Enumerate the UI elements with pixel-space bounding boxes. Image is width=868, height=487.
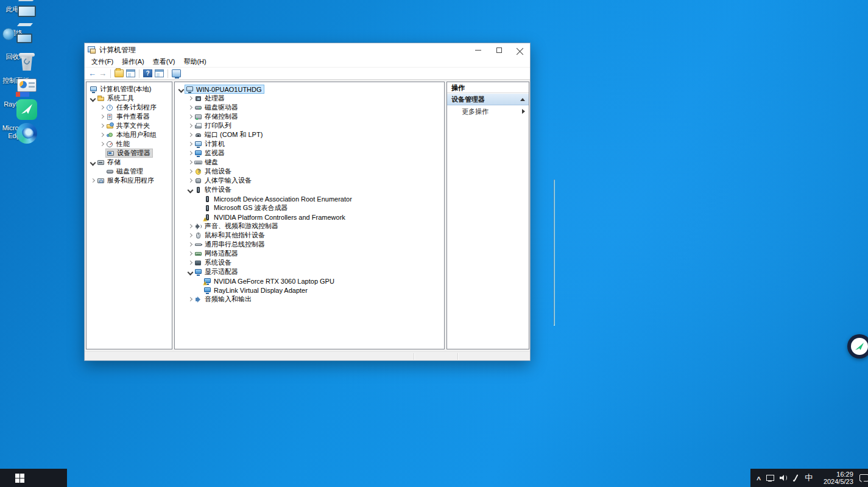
tree-item[interactable]: 磁盘驱动器 (175, 103, 444, 112)
volume-tray-icon[interactable] (780, 474, 788, 482)
desktop-icon-raylink[interactable]: RayLink (0, 99, 32, 108)
tree-item[interactable]: 系统设备 (175, 258, 444, 267)
chevron-collapsed-icon[interactable] (98, 122, 105, 130)
tree-item[interactable]: 显示适配器 (175, 267, 444, 276)
menu-item[interactable]: 帮助(H) (179, 57, 210, 66)
tree-item[interactable]: 网络适配器 (175, 249, 444, 258)
menu-item[interactable]: 查看(V) (149, 57, 180, 66)
show-console-tree-icon[interactable] (115, 69, 124, 77)
tree-item[interactable]: 声音、视频和游戏控制器 (175, 222, 444, 231)
tree-item[interactable]: 共享文件夹 (86, 121, 172, 130)
action-center-icon[interactable] (859, 474, 868, 482)
raylink-floating-button[interactable] (847, 334, 868, 359)
tree-item-body[interactable]: 任务计划程序 (105, 103, 158, 112)
chevron-collapsed-icon[interactable] (186, 131, 194, 139)
desktop-icon-recycle-bin[interactable]: 回收站 (0, 51, 32, 61)
tree-item[interactable]: 监视器 (175, 149, 444, 158)
tree-item-body[interactable]: 性能 (105, 139, 132, 149)
tree-item[interactable]: 性能 (86, 139, 172, 149)
chevron-collapsed-icon[interactable] (98, 113, 105, 121)
tree-item-body[interactable]: 通用串行总线控制器 (194, 240, 267, 249)
chevron-collapsed-icon[interactable] (186, 122, 194, 130)
tree-item-body[interactable]: 端口 (COM 和 LPT) (194, 130, 264, 139)
chevron-collapsed-icon[interactable] (98, 141, 105, 148)
tree-item-body[interactable]: 音频输入和输出 (194, 295, 253, 304)
tree-item-body[interactable]: 软件设备 (194, 185, 233, 194)
tree-item[interactable]: 存储控制器 (175, 112, 444, 121)
menu-item[interactable]: 操作(A) (118, 57, 149, 66)
actions-group-device-manager[interactable]: 设备管理器 (447, 93, 529, 105)
close-button[interactable] (509, 43, 530, 57)
desktop-icon-edge[interactable]: Microsoft Edge (0, 122, 32, 140)
tree-item[interactable]: 本地用户和组 (86, 130, 172, 139)
tree-item[interactable]: 其他设备 (175, 167, 444, 176)
chevron-collapsed-icon[interactable] (186, 232, 194, 239)
chevron-collapsed-icon[interactable] (186, 296, 194, 303)
title-bar[interactable]: 计算机管理 (85, 43, 530, 57)
tree-item-body[interactable]: RayLink Virtual Display Adapter (203, 286, 309, 295)
chevron-collapsed-icon[interactable] (186, 168, 194, 175)
desktop-icon-network[interactable]: 网络 (0, 27, 32, 37)
tree-item[interactable]: Microsoft Device Association Root Enumer… (175, 194, 444, 203)
tree-item-body[interactable]: 网络适配器 (194, 249, 240, 258)
console-panel-icon[interactable] (155, 69, 164, 77)
tree-item-body[interactable]: NVIDIA Platform Controllers and Framewor… (203, 212, 347, 222)
tree-item[interactable]: 鼠标和其他指针设备 (175, 231, 444, 240)
console-window-icon[interactable] (126, 69, 135, 77)
tree-item-body[interactable]: 服务和应用程序 (96, 176, 156, 185)
tree-item[interactable]: NVIDIA Platform Controllers and Framewor… (175, 212, 444, 222)
desktop-icon-control-panel[interactable]: 控制面板 (0, 75, 32, 85)
tree-item[interactable]: 事件查看器 (86, 112, 172, 121)
more-actions-item[interactable]: 更多操作 (447, 105, 529, 117)
tree-item-body[interactable]: 磁盘驱动器 (194, 103, 240, 112)
tree-item-body[interactable]: 监视器 (194, 149, 227, 158)
taskbar-clock[interactable]: 16:29 2024/5/23 (817, 471, 853, 485)
forward-arrow-icon[interactable]: → (99, 69, 107, 77)
tree-item-selected[interactable]: 设备管理器 (105, 149, 153, 158)
tree-item-body[interactable]: 存储控制器 (194, 112, 240, 121)
network-tray-icon[interactable] (766, 475, 774, 482)
tree-item[interactable]: 磁盘管理 (86, 167, 172, 176)
tree-item[interactable]: RayLink Virtual Display Adapter (175, 286, 444, 295)
tree-item-body[interactable]: 打印队列 (194, 121, 233, 130)
tree-item[interactable]: 任务计划程序 (86, 103, 172, 112)
tree-item-body[interactable]: 存储 (96, 158, 122, 167)
menu-item[interactable]: 文件(F) (87, 57, 118, 66)
tree-item-body[interactable]: 其他设备 (194, 167, 233, 176)
tree-item-body[interactable]: 处理器 (194, 94, 227, 103)
chevron-collapsed-icon[interactable] (186, 250, 194, 258)
chevron-collapsed-icon[interactable] (89, 177, 96, 184)
device-view-icon[interactable] (172, 69, 181, 77)
tree-item[interactable]: NVIDIA GeForce RTX 3060 Laptop GPU (175, 276, 444, 286)
chevron-collapsed-icon[interactable] (186, 150, 194, 157)
chevron-expanded-icon[interactable] (89, 159, 96, 166)
chevron-collapsed-icon[interactable] (186, 141, 194, 148)
minimize-button[interactable] (468, 43, 489, 57)
tree-item-body[interactable]: 人体学输入设备 (194, 176, 253, 185)
tree-item-body[interactable]: 计算机管理(本地) (89, 85, 153, 94)
tree-item[interactable]: WIN-0PUAO1UTHDG (175, 85, 444, 94)
tree-item[interactable]: 软件设备 (175, 185, 444, 194)
desktop-icon-this-pc[interactable]: 此电脑 (0, 4, 32, 13)
chevron-collapsed-icon[interactable] (186, 104, 194, 111)
chevron-collapsed-icon[interactable] (186, 113, 194, 121)
tree-item[interactable]: Microsoft GS 波表合成器 (175, 203, 444, 212)
back-arrow-icon[interactable]: ← (88, 69, 96, 77)
tree-item-body[interactable]: 键盘 (194, 158, 220, 167)
tree-item[interactable]: 处理器 (175, 94, 444, 103)
tree-item[interactable]: 端口 (COM 和 LPT) (175, 130, 444, 139)
tree-item-body[interactable]: 鼠标和其他指针设备 (194, 231, 267, 240)
tree-item[interactable]: 人体学输入设备 (175, 176, 444, 185)
tree-item[interactable]: 计算机管理(本地) (86, 85, 172, 94)
chevron-collapsed-icon[interactable] (186, 177, 194, 184)
tree-item-body[interactable]: Microsoft GS 波表合成器 (203, 203, 290, 212)
chevron-collapsed-icon[interactable] (186, 223, 194, 230)
start-button[interactable] (7, 469, 32, 487)
chevron-collapsed-icon[interactable] (186, 95, 194, 102)
help-icon[interactable]: ? (143, 69, 152, 77)
tree-item-body[interactable]: 系统设备 (194, 258, 233, 267)
tree-item-body[interactable]: NVIDIA GeForce RTX 3060 Laptop GPU (203, 276, 336, 286)
tree-item[interactable]: 设备管理器 (86, 149, 172, 158)
tree-item-selected[interactable]: WIN-0PUAO1UTHDG (185, 85, 264, 94)
chevron-collapsed-icon[interactable] (98, 131, 105, 139)
